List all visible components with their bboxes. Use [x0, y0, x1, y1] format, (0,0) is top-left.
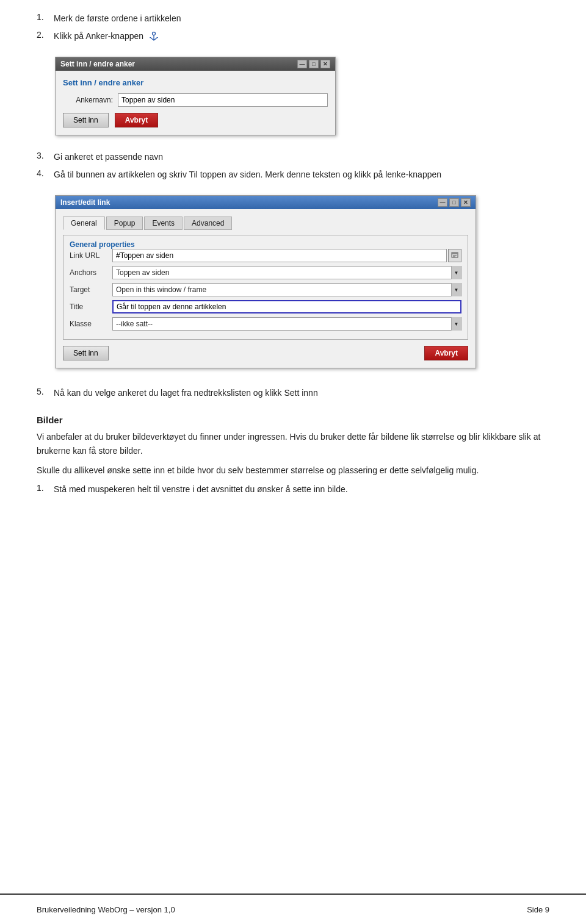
- target-arrow: ▼: [451, 283, 461, 296]
- step-text-4: Gå til bunnen av artikkelen og skriv Til…: [54, 168, 441, 181]
- link-url-input[interactable]: [112, 249, 447, 262]
- tab-events[interactable]: Events: [144, 217, 183, 230]
- page-footer: Brukerveiledning WebOrg – versjon 1,0 Si…: [0, 894, 586, 924]
- anchors-arrow: ▼: [451, 266, 461, 279]
- step-number-4: 4.: [37, 168, 54, 181]
- anchors-value: Toppen av siden: [113, 268, 451, 277]
- klasse-value: --ikke satt--: [113, 320, 451, 328]
- dialog2-sett-inn-btn[interactable]: Sett inn: [63, 346, 109, 360]
- target-value: Open in this window / frame: [113, 285, 451, 294]
- target-label: Target: [70, 285, 112, 294]
- bilder-section: Bilder Vi anbefaler at du bruker bildeve…: [37, 415, 549, 477]
- tab-popup[interactable]: Popup: [106, 217, 143, 230]
- bilder-heading: Bilder: [37, 415, 549, 425]
- link-url-label: Link URL: [70, 251, 112, 260]
- bilder-para2: Skulle du allikevel ønske sette inn et b…: [37, 464, 549, 477]
- dialog2-title: Insert/edit link: [60, 198, 110, 207]
- klasse-label: Klasse: [70, 320, 112, 328]
- step-number-2: 2.: [37, 30, 54, 43]
- dialog2-restore-btn[interactable]: □: [449, 198, 459, 207]
- footer-left-text: Brukerveiledning WebOrg – versjon 1,0: [37, 905, 175, 914]
- title-input[interactable]: [112, 300, 461, 313]
- dialog1-avbryt-btn[interactable]: Avbryt: [115, 113, 159, 127]
- dialog1-restore-btn[interactable]: □: [309, 60, 319, 68]
- step-number-5: 5.: [37, 387, 54, 399]
- fieldset-legend: General properties: [67, 240, 461, 249]
- dialog1-sett-inn-btn[interactable]: Sett inn: [63, 113, 109, 127]
- dialog2-avbryt-btn[interactable]: Avbryt: [424, 346, 468, 360]
- anchors-select[interactable]: Toppen av siden ▼: [112, 266, 461, 279]
- dialog2-tabs: General Popup Events Advanced: [63, 217, 468, 230]
- step-text-2: Klikk på Anker-knappen: [54, 30, 160, 43]
- step-number-last: 1.: [37, 483, 54, 496]
- anchor-icon: [148, 30, 160, 43]
- svg-point-0: [152, 32, 155, 35]
- ankernavn-input[interactable]: [118, 93, 328, 107]
- title-label: Title: [70, 303, 112, 311]
- step-text-3: Gi ankeret et passende navn: [54, 151, 163, 163]
- dialog1-title: Sett inn / endre anker: [60, 60, 135, 68]
- step-text-5: Nå kan du velge ankeret du laget fra ned…: [54, 387, 318, 399]
- general-properties-fieldset: General properties Link URL: [63, 235, 468, 340]
- dialog2-btn-row: Sett inn Avbryt: [63, 346, 468, 360]
- dialog2-controls: — □ ✕: [438, 198, 471, 207]
- dialog1-controls: — □ ✕: [297, 60, 330, 68]
- klasse-arrow: ▼: [451, 317, 461, 331]
- dialog-sett-inn-anker: Sett inn / endre anker — □ ✕ Sett inn / …: [55, 57, 336, 135]
- step-text-1: Merk de første ordene i artikkelen: [54, 12, 181, 25]
- footer-right-text: Side 9: [527, 905, 549, 914]
- dialog1-close-btn[interactable]: ✕: [320, 60, 330, 68]
- dialog1-minimize-btn[interactable]: —: [297, 60, 307, 68]
- bilder-para1: Vi anbefaler at du bruker bildeverktøyet…: [37, 430, 549, 457]
- tab-general[interactable]: General: [63, 217, 105, 230]
- step-text-last: Stå med muspekeren helt til venstre i de…: [54, 483, 348, 496]
- dialog-insert-edit-link: Insert/edit link — □ ✕ General Popup Eve…: [55, 195, 476, 368]
- tab-advanced[interactable]: Advanced: [184, 217, 232, 230]
- ankernavn-label: Ankernavn:: [63, 96, 118, 104]
- dialog1-titlebar: Sett inn / endre anker — □ ✕: [56, 57, 335, 71]
- dialog2-close-btn[interactable]: ✕: [461, 198, 471, 207]
- dialog2-minimize-btn[interactable]: —: [438, 198, 447, 207]
- step-number-3: 3.: [37, 151, 54, 163]
- anchors-label: Anchors: [70, 268, 112, 277]
- link-url-browse-btn[interactable]: [448, 249, 461, 262]
- dialog2-titlebar: Insert/edit link — □ ✕: [56, 196, 476, 209]
- step-number-1: 1.: [37, 12, 54, 25]
- link-url-field-wrapper: [112, 249, 461, 262]
- klasse-select[interactable]: --ikke satt-- ▼: [112, 317, 461, 331]
- dialog1-heading: Sett inn / endre anker: [63, 78, 328, 87]
- svg-rect-5: [452, 252, 458, 254]
- target-select[interactable]: Open in this window / frame ▼: [112, 283, 461, 296]
- browse-icon: [451, 252, 458, 259]
